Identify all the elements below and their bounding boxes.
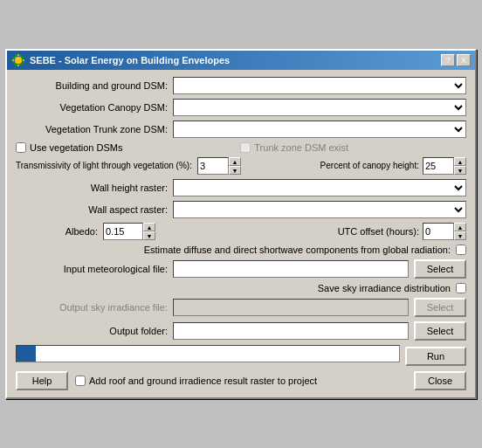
select-meteo-button[interactable]: Select <box>414 259 466 279</box>
veg-trunk-row: Vegetation Trunk zone DSM: <box>16 121 466 138</box>
wall-height-select[interactable] <box>173 179 466 196</box>
canopy-right: Percent of canopy height: ▲ ▼ <box>241 157 466 175</box>
window-title: SEBE - Solar Energy on Building Envelope… <box>30 55 230 65</box>
veg-canopy-label: Vegetation Canopy DSM: <box>16 102 173 113</box>
veg-canopy-row: Vegetation Canopy DSM: <box>16 99 466 116</box>
albedo-up[interactable]: ▲ <box>143 223 155 231</box>
wall-height-row: Wall height raster: <box>16 179 466 196</box>
transmissivity-spinbox: ▲ ▼ <box>197 157 241 175</box>
meteor-row: Input meteorological file: Select <box>16 259 466 279</box>
output-sky-label: Output sky irradiance file: <box>16 302 173 313</box>
svg-point-0 <box>15 57 22 64</box>
title-bar-left: SEBE - Solar Energy on Building Envelope… <box>11 53 230 67</box>
progress-bar-container <box>16 345 400 362</box>
utc-spin-btns: ▲ ▼ <box>454 223 466 240</box>
run-button[interactable]: Run <box>405 347 466 366</box>
building-dsm-select[interactable] <box>173 77 466 94</box>
veg-trunk-label: Vegetation Trunk zone DSM: <box>16 124 173 134</box>
add-roof-label: Add roof and ground irradience result ra… <box>89 376 317 386</box>
utc-input[interactable] <box>423 223 454 240</box>
close-button[interactable]: Close <box>414 371 466 390</box>
canopy-height-input[interactable] <box>423 157 454 175</box>
app-icon <box>11 53 25 67</box>
input-meteo-label: Input meteorological file: <box>16 264 173 274</box>
output-folder-input[interactable] <box>173 322 409 340</box>
save-sky-checkbox[interactable] <box>456 283 466 293</box>
wall-aspect-select[interactable] <box>173 201 466 218</box>
progress-bar-fill <box>17 346 36 362</box>
estimate-label: Estimate diffuse and direct shortwave co… <box>16 245 456 255</box>
utc-label: UTC offset (hours): <box>338 226 423 237</box>
save-sky-row: Save sky irradiance distribution <box>16 283 466 293</box>
veg-canopy-select[interactable] <box>173 99 466 116</box>
transmissivity-left: Transmissivity of light through vegetati… <box>16 157 241 175</box>
canopy-up[interactable]: ▲ <box>454 157 466 166</box>
bottom-row: Help Add roof and ground irradience resu… <box>16 371 466 390</box>
form-content: Building and ground DSM: Vegetation Cano… <box>7 70 475 397</box>
transmissivity-row: Transmissivity of light through vegetati… <box>16 157 466 175</box>
transmissivity-up[interactable]: ▲ <box>229 157 241 166</box>
wall-aspect-row: Wall aspect raster: <box>16 201 466 218</box>
veg-canopy-select-wrapper <box>173 99 466 116</box>
progress-run-row: Run <box>16 345 466 367</box>
use-veg-checkbox[interactable] <box>16 142 26 153</box>
albedo-label: Albedo: <box>16 226 103 237</box>
trunk-zone-checkbox[interactable] <box>240 142 251 153</box>
title-controls: ? X <box>441 54 471 66</box>
output-sky-input[interactable] <box>173 299 409 316</box>
title-bar: SEBE - Solar Energy on Building Envelope… <box>7 51 475 70</box>
albedo-spin-btns: ▲ ▼ <box>143 223 155 240</box>
wall-height-select-wrapper <box>173 179 466 196</box>
main-window: SEBE - Solar Energy on Building Envelope… <box>5 49 477 399</box>
utc-up[interactable]: ▲ <box>454 223 466 231</box>
use-veg-row: Use vegetation DSMs Trunk zone DSM exist <box>16 142 466 153</box>
transmissivity-down[interactable]: ▼ <box>229 166 241 175</box>
building-dsm-select-wrapper <box>173 77 466 94</box>
close-title-btn[interactable]: X <box>457 54 471 66</box>
add-roof-group: Add roof and ground irradience result ra… <box>75 376 317 386</box>
transmissivity-label: Transmissivity of light through vegetati… <box>16 161 197 171</box>
albedo-utc-row: Albedo: ▲ ▼ UTC offset (hours): ▲ ▼ <box>16 223 466 240</box>
add-roof-checkbox[interactable] <box>75 376 86 386</box>
save-sky-label: Save sky irradiance distribution <box>16 283 456 293</box>
canopy-down[interactable]: ▼ <box>454 166 466 175</box>
select-folder-button[interactable]: Select <box>414 321 466 341</box>
veg-trunk-select-wrapper <box>173 121 466 138</box>
percent-canopy-label: Percent of canopy height: <box>320 161 423 171</box>
use-veg-label: Use vegetation DSMs <box>30 142 122 153</box>
canopy-spinbox: ▲ ▼ <box>423 157 466 175</box>
estimate-checkbox[interactable] <box>456 245 466 255</box>
transmissivity-spin-btns: ▲ ▼ <box>229 157 241 175</box>
utc-down[interactable]: ▼ <box>454 231 466 240</box>
output-sky-row: Output sky irradiance file: Select <box>16 298 466 317</box>
albedo-input[interactable] <box>103 223 143 240</box>
transmissivity-input[interactable] <box>197 157 229 175</box>
wall-height-label: Wall height raster: <box>16 183 173 193</box>
trunk-zone-label: Trunk zone DSM exist <box>254 142 348 153</box>
help-button[interactable]: Help <box>16 371 68 390</box>
wall-aspect-label: Wall aspect raster: <box>16 204 173 215</box>
input-meteo-input[interactable] <box>173 260 409 278</box>
building-dsm-label: Building and ground DSM: <box>16 80 173 91</box>
albedo-left: Albedo: ▲ ▼ <box>16 223 241 240</box>
help-title-btn[interactable]: ? <box>441 54 455 66</box>
canopy-spin-btns: ▲ ▼ <box>454 157 466 175</box>
building-dsm-row: Building and ground DSM: <box>16 77 466 94</box>
albedo-spinbox: ▲ ▼ <box>103 223 155 240</box>
wall-aspect-select-wrapper <box>173 201 466 218</box>
select-sky-button[interactable]: Select <box>414 298 466 317</box>
estimate-row: Estimate diffuse and direct shortwave co… <box>16 245 466 255</box>
utc-spinbox: ▲ ▼ <box>423 223 466 240</box>
output-folder-label: Output folder: <box>16 326 173 336</box>
output-folder-row: Output folder: Select <box>16 321 466 341</box>
albedo-down[interactable]: ▼ <box>143 231 155 240</box>
veg-trunk-select[interactable] <box>173 121 466 138</box>
utc-right: UTC offset (hours): ▲ ▼ <box>241 223 466 240</box>
